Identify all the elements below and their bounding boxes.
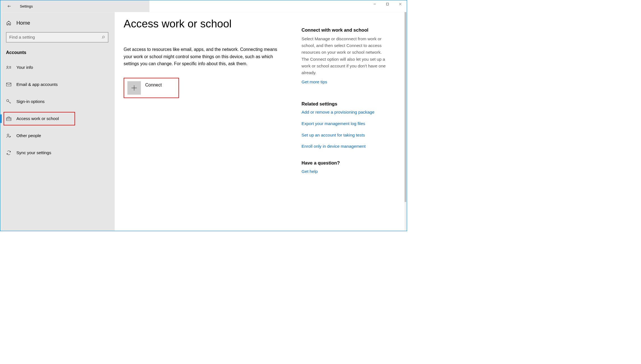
- search-box[interactable]: [6, 32, 108, 43]
- sidebar-item-label: Other people: [16, 133, 41, 138]
- connect-button[interactable]: Connect: [124, 78, 179, 98]
- arrow-left-icon: [7, 4, 11, 8]
- maximize-icon: [386, 3, 389, 6]
- svg-point-2: [7, 66, 8, 67]
- link-provisioning-package[interactable]: Add or remove a provisioning package: [301, 109, 387, 116]
- window-controls: [149, 0, 407, 12]
- scrollbar[interactable]: [405, 12, 406, 230]
- person-add-icon: [6, 133, 11, 138]
- sidebar-item-your-info[interactable]: Your info: [0, 59, 115, 76]
- link-export-logs[interactable]: Export your management log files: [301, 121, 387, 127]
- main-content: Access work or school Get access to reso…: [115, 12, 407, 231]
- person-card-icon: [6, 65, 11, 70]
- sidebar-item-email-accounts[interactable]: Email & app accounts: [0, 76, 115, 93]
- mail-icon: [6, 82, 11, 87]
- svg-point-6: [7, 134, 9, 136]
- svg-rect-0: [386, 3, 389, 5]
- right-desc-connect: Select Manage or disconnect from work or…: [301, 35, 387, 76]
- right-heading-connect: Connect with work and school: [301, 27, 387, 33]
- close-button[interactable]: [394, 0, 407, 8]
- maximize-button[interactable]: [381, 0, 394, 8]
- plus-icon: [127, 81, 141, 95]
- search-input[interactable]: [9, 35, 99, 40]
- sidebar-item-access-work-school[interactable]: Access work or school: [0, 110, 115, 127]
- sidebar-item-label: Your info: [16, 65, 33, 70]
- minimize-icon: [373, 3, 376, 6]
- sidebar-category: Accounts: [6, 50, 115, 55]
- page-description: Get access to resources like email, apps…: [124, 46, 280, 67]
- close-icon: [399, 3, 402, 6]
- right-heading-related: Related settings: [301, 101, 387, 107]
- svg-rect-3: [6, 83, 11, 86]
- briefcase-icon: [6, 116, 11, 121]
- search-icon: [101, 35, 105, 39]
- sidebar: Home Accounts Your info Email & app acco…: [0, 12, 115, 231]
- app-title: Settings: [20, 4, 33, 8]
- sidebar-nav-list: Your info Email & app accounts Sign-in o…: [0, 59, 115, 161]
- page-title: Access work or school: [124, 17, 285, 30]
- link-get-help[interactable]: Get help: [301, 168, 387, 175]
- sync-icon: [6, 150, 11, 156]
- sidebar-home-label: Home: [16, 20, 30, 26]
- titlebar: Settings: [0, 0, 407, 12]
- sidebar-item-other-people[interactable]: Other people: [0, 127, 115, 144]
- sidebar-item-label: Sync your settings: [16, 150, 51, 155]
- connect-label: Connect: [145, 82, 162, 87]
- back-button[interactable]: [6, 3, 13, 10]
- right-panel: Connect with work and school Select Mana…: [301, 17, 387, 231]
- right-heading-question: Have a question?: [301, 160, 387, 166]
- svg-rect-5: [6, 118, 11, 121]
- svg-point-1: [103, 36, 104, 38]
- sidebar-item-signin-options[interactable]: Sign-in options: [0, 93, 115, 110]
- key-icon: [6, 99, 11, 104]
- scrollbar-thumb[interactable]: [405, 12, 406, 202]
- sidebar-item-label: Sign-in options: [16, 99, 45, 104]
- link-enroll-device-mgmt[interactable]: Enroll only in device management: [301, 143, 387, 150]
- sidebar-home[interactable]: Home: [6, 17, 115, 28]
- link-taking-tests[interactable]: Set up an account for taking tests: [301, 132, 387, 138]
- minimize-button[interactable]: [368, 0, 381, 8]
- sidebar-item-label: Access work or school: [16, 116, 59, 121]
- link-get-more-tips[interactable]: Get more tips: [301, 79, 387, 85]
- home-icon: [6, 20, 11, 25]
- sidebar-item-sync-settings[interactable]: Sync your settings: [0, 144, 115, 161]
- sidebar-item-label: Email & app accounts: [16, 82, 57, 87]
